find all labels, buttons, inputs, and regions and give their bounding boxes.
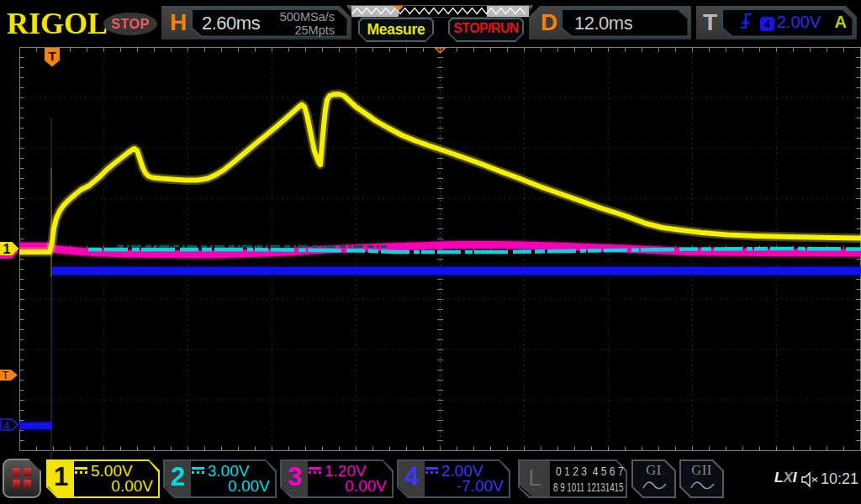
svg-text:T: T [48,49,55,63]
svg-text:1: 1 [3,242,11,256]
svg-text:T: T [3,369,9,381]
svg-text:4: 4 [3,419,9,432]
